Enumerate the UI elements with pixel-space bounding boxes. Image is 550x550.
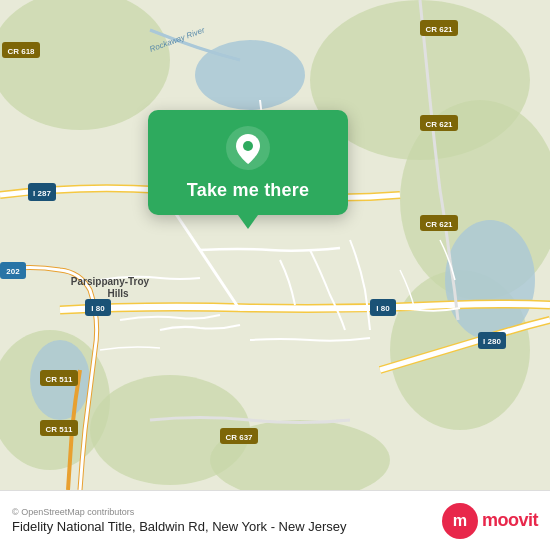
popup-card[interactable]: Take me there [148,110,348,215]
map-background: I 287 I 80 I 80 I 280 202 CR 621 CR 621 … [0,0,550,490]
svg-text:Parsippany-Troy: Parsippany-Troy [71,276,150,287]
svg-text:I 80: I 80 [91,304,105,313]
svg-text:CR 621: CR 621 [425,120,453,129]
svg-text:CR 637: CR 637 [225,433,253,442]
moovit-logo: m moovit [442,503,538,539]
bottom-bar: © OpenStreetMap contributors Fidelity Na… [0,490,550,550]
svg-text:CR 621: CR 621 [425,25,453,34]
svg-text:CR 621: CR 621 [425,220,453,229]
moovit-text: moovit [482,510,538,531]
take-me-there-button[interactable]: Take me there [187,180,309,201]
location-title: Fidelity National Title, Baldwin Rd, New… [12,519,442,534]
copyright-text: © OpenStreetMap contributors [12,507,442,517]
svg-text:202: 202 [6,267,20,276]
svg-point-9 [445,220,535,340]
map-container: I 287 I 80 I 80 I 280 202 CR 621 CR 621 … [0,0,550,490]
svg-text:Hills: Hills [107,288,129,299]
svg-text:CR 511: CR 511 [45,375,73,384]
svg-point-39 [243,141,253,151]
svg-text:I 287: I 287 [33,189,51,198]
svg-text:I 280: I 280 [483,337,501,346]
moovit-logo-icon: m [442,503,478,539]
location-pin-icon [226,126,270,170]
svg-text:I 80: I 80 [376,304,390,313]
svg-text:CR 618: CR 618 [7,47,35,56]
svg-text:CR 511: CR 511 [45,425,73,434]
bottom-left-section: © OpenStreetMap contributors Fidelity Na… [12,507,442,534]
svg-text:m: m [453,511,467,529]
